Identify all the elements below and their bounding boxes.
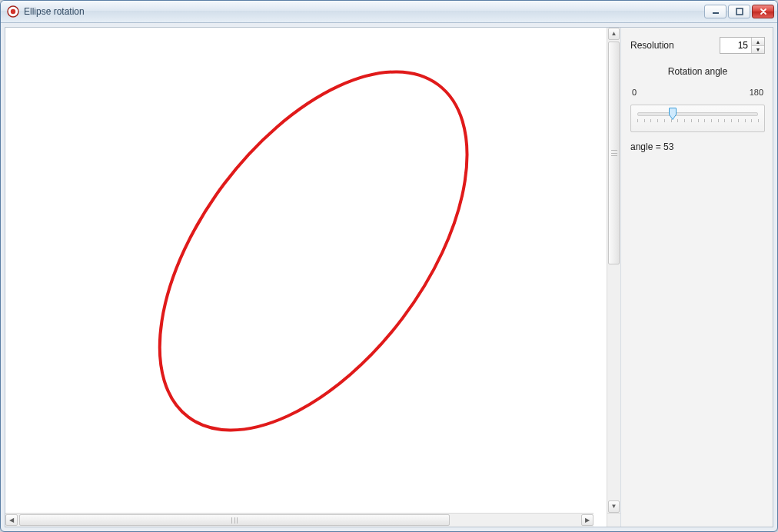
client-area: ▲ ▼ ◀ ▶ xyxy=(5,27,773,527)
window-title: Ellipse rotation xyxy=(24,6,703,17)
svg-point-1 xyxy=(11,9,15,14)
resolution-row: Resolution ▲ ▼ xyxy=(630,37,765,54)
svg-rect-3 xyxy=(736,8,743,15)
titlebar[interactable]: Ellipse rotation xyxy=(1,1,777,23)
resolution-input[interactable] xyxy=(720,38,751,53)
angle-readout-prefix: angle = xyxy=(630,141,663,152)
resolution-step-up[interactable]: ▲ xyxy=(752,38,764,45)
svg-point-4 xyxy=(99,28,527,484)
slider-rail xyxy=(637,112,758,116)
scroll-corner xyxy=(607,513,620,527)
horizontal-scrollbar[interactable]: ◀ ▶ xyxy=(5,513,593,527)
svg-rect-2 xyxy=(713,12,719,14)
minimize-button[interactable] xyxy=(704,5,726,18)
side-panel: Resolution ▲ ▼ Rotation angle 0 180 xyxy=(620,28,773,527)
scroll-down-button[interactable]: ▼ xyxy=(608,500,620,513)
slider-ticks xyxy=(637,119,758,124)
angle-readout: angle = 53 xyxy=(630,141,765,152)
scroll-right-button[interactable]: ▶ xyxy=(581,514,593,526)
app-window: Ellipse rotation xyxy=(0,0,778,532)
maximize-button[interactable] xyxy=(728,5,750,18)
slider-handle[interactable] xyxy=(669,108,677,120)
drawing-canvas[interactable] xyxy=(5,28,607,513)
window-controls xyxy=(703,5,776,18)
scroll-up-button[interactable]: ▲ xyxy=(608,28,620,40)
rotation-section-title: Rotation angle xyxy=(630,66,765,80)
slider-min-label: 0 xyxy=(632,88,637,97)
resolution-label: Resolution xyxy=(630,40,674,51)
resolution-spinbox[interactable]: ▲ ▼ xyxy=(720,37,765,54)
app-icon xyxy=(7,5,19,18)
horizontal-scroll-thumb[interactable] xyxy=(19,514,450,526)
slider-range-labels: 0 180 xyxy=(630,88,765,97)
vertical-scroll-thumb[interactable] xyxy=(608,42,620,264)
resolution-step-down[interactable]: ▼ xyxy=(752,45,764,53)
scroll-left-button[interactable]: ◀ xyxy=(5,514,18,526)
rotation-slider[interactable] xyxy=(630,105,765,132)
slider-max-label: 180 xyxy=(750,88,763,97)
angle-readout-value: 53 xyxy=(663,141,673,152)
close-button[interactable] xyxy=(752,5,774,18)
canvas-pane: ▲ ▼ ◀ ▶ xyxy=(5,28,620,527)
vertical-scrollbar[interactable]: ▲ ▼ xyxy=(607,28,620,513)
